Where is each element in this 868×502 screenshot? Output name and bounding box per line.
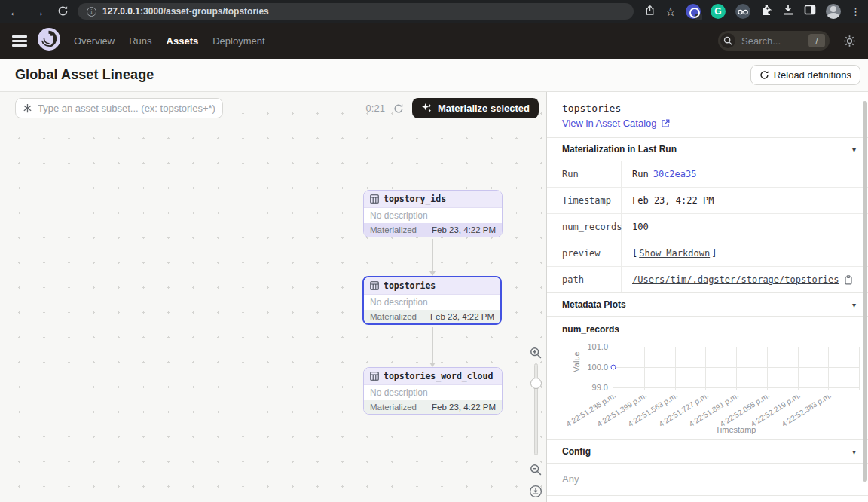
extensions-puzzle-icon[interactable] (760, 4, 772, 19)
section-materialization-last-run[interactable]: Materialization in Last Run ▾ (547, 137, 868, 161)
asset-selection-icon (22, 103, 33, 114)
row-label: num_records (547, 214, 622, 240)
run-id-link[interactable]: 30c2ea35 (653, 169, 697, 179)
url-path: :3000/asset-groups/topstories (140, 6, 269, 17)
section-title: Materialization in Last Run (562, 144, 677, 155)
share-icon[interactable] (644, 5, 656, 19)
chevron-down-icon: ▾ (852, 145, 856, 154)
asset-description: No description (364, 208, 502, 223)
materialize-selected-label: Materialize selected (438, 103, 530, 114)
zoom-slider-handle[interactable] (530, 378, 542, 389)
page-header: Global Asset Lineage Reload definitions (0, 59, 868, 92)
asset-graph-panel[interactable]: 0:21 Materialize selected t (0, 92, 547, 502)
dagster-logo[interactable] (38, 28, 60, 54)
view-in-asset-catalog-link[interactable]: View in Asset Catalog (547, 115, 868, 138)
y-tick: 99.0 (578, 383, 608, 392)
table-icon (370, 194, 379, 204)
copy-clipboard-icon[interactable] (844, 275, 853, 285)
sparkle-icon (421, 103, 432, 114)
browser-back-icon[interactable]: ← (9, 6, 20, 17)
row-label: Timestamp (547, 188, 622, 213)
zoom-slider[interactable] (534, 363, 538, 455)
browser-menu-icon[interactable]: ⋮ (851, 6, 860, 17)
materialization-time: Feb 23, 4:22 PM (432, 225, 496, 234)
materialization-status: Materialized (370, 403, 417, 412)
asset-details-panel: topstories View in Asset Catalog Materia… (547, 92, 868, 502)
details-scrollbar[interactable] (863, 101, 867, 482)
table-icon (370, 281, 379, 290)
search-placeholder: Search... (741, 35, 802, 47)
hamburger-menu-icon[interactable] (12, 35, 27, 47)
y-tick: 101.0 (578, 342, 608, 351)
materialization-status: Materialized (370, 312, 417, 321)
asset-node-topstory-ids[interactable]: topstory_ids No description Materialized… (363, 190, 503, 237)
plot-title: num_records (562, 324, 868, 335)
section-type[interactable]: Type ▾ (547, 495, 868, 502)
row-value: 100 (622, 214, 868, 240)
asset-node-topstories[interactable]: topstories No description Materialized F… (362, 276, 502, 325)
reader-extension-icon[interactable] (735, 4, 750, 19)
external-link-icon (661, 119, 670, 128)
onepassword-extension-icon[interactable] (686, 4, 701, 19)
asset-name: topstories_word_cloud (384, 371, 493, 381)
asset-name: topstory_ids (384, 194, 446, 204)
asset-description: No description (364, 385, 502, 400)
browser-forward-icon[interactable]: → (33, 6, 44, 17)
section-config[interactable]: Config ▾ (547, 439, 868, 464)
nav-item-assets[interactable]: Assets (167, 35, 199, 47)
materialize-selected-button[interactable]: Materialize selected (412, 98, 539, 118)
nav-item-deployment[interactable]: Deployment (212, 35, 264, 47)
asset-description: No description (364, 295, 500, 310)
nav-item-overview[interactable]: Overview (74, 35, 115, 47)
download-icon[interactable] (782, 4, 794, 19)
materialization-time: Feb 23, 4:22 PM (430, 312, 494, 321)
refresh-countdown: 0:21 (366, 103, 385, 114)
browser-address-bar[interactable]: i 127.0.0.1:3000/asset-groups/topstories (78, 3, 634, 20)
reload-definitions-label: Reload definitions (774, 69, 851, 81)
x-tick-labels: 4:22:51.235 p.m. 4:22:51.399 p.m. 4:22:5… (613, 387, 859, 425)
browser-chrome: ← → i 127.0.0.1:3000/asset-groups/topsto… (0, 0, 868, 23)
browser-profile-avatar[interactable] (826, 4, 841, 19)
chevron-down-icon: ▾ (852, 301, 856, 309)
metadata-plot: num_records Value 101.0 100.0 99.0 (547, 317, 868, 434)
settings-gear-icon[interactable] (843, 35, 856, 47)
run-prefix: Run (632, 169, 649, 179)
table-icon (370, 372, 379, 381)
asset-node-topstories-word-cloud[interactable]: topstories_word_cloud No description Mat… (363, 367, 503, 415)
row-label: preview (547, 240, 622, 266)
section-title: Metadata Plots (562, 299, 626, 310)
site-info-icon[interactable]: i (87, 7, 96, 17)
reload-definitions-button[interactable]: Reload definitions (750, 65, 860, 85)
graph-refresh-icon[interactable] (393, 103, 404, 114)
data-point (611, 365, 616, 370)
bookmark-star-icon[interactable]: ☆ (665, 5, 676, 19)
selected-asset-name: topstories (547, 92, 868, 115)
zoom-in-icon[interactable] (530, 347, 542, 360)
row-label: Run (547, 161, 622, 187)
edge-topstories-to-word-cloud (432, 327, 433, 366)
reload-icon (760, 70, 769, 80)
zoom-out-icon[interactable] (530, 464, 542, 476)
show-markdown-link[interactable]: Show Markdown (639, 248, 710, 259)
zoom-to-fit-icon[interactable] (529, 485, 542, 498)
browser-refresh-icon[interactable] (57, 5, 69, 18)
plot-area (613, 347, 859, 387)
x-axis-label: Timestamp (613, 425, 859, 434)
bracket: ] (711, 248, 717, 259)
section-metadata-plots[interactable]: Metadata Plots ▾ (547, 292, 868, 317)
catalog-link-label: View in Asset Catalog (562, 118, 657, 129)
path-link[interactable]: /Users/tim/.dagster/storage/topstories (632, 274, 839, 285)
nav-item-runs[interactable]: Runs (129, 35, 151, 47)
grammarly-extension-icon[interactable]: G (711, 4, 726, 19)
search-icon (720, 33, 735, 48)
page-title: Global Asset Lineage (15, 67, 154, 83)
asset-subset-filter-input[interactable] (15, 98, 223, 118)
side-panel-icon[interactable] (804, 4, 816, 19)
table-row-preview: preview [ Show Markdown ] (547, 240, 868, 267)
app-nav-bar: Overview Runs Assets Deployment Search..… (0, 23, 868, 59)
global-search-input[interactable]: Search... / (718, 31, 830, 51)
chevron-down-icon: ▾ (852, 448, 856, 456)
row-label: path (547, 267, 622, 292)
table-row-timestamp: Timestamp Feb 23, 4:22 PM (547, 188, 868, 214)
bracket: [ (632, 248, 637, 259)
